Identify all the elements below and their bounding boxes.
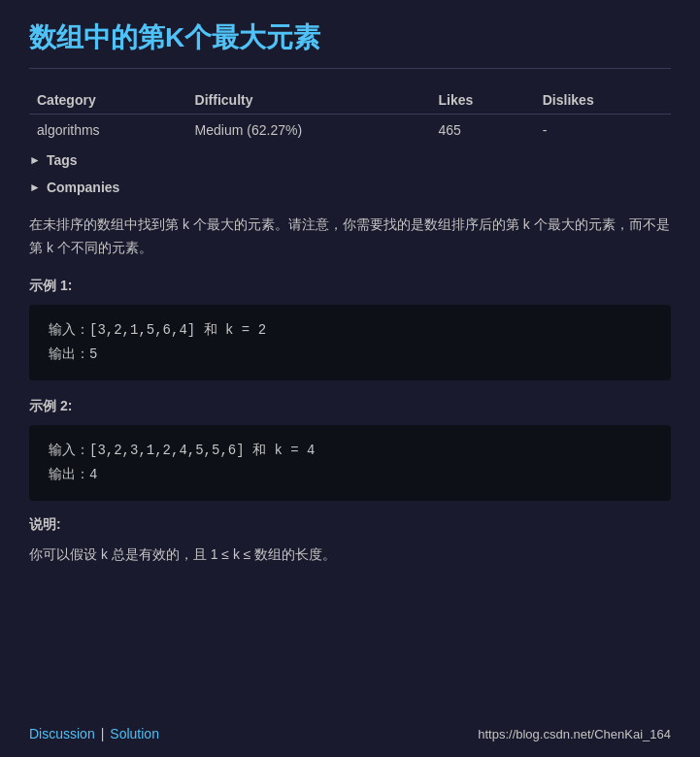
footer-url: https://blog.csdn.net/ChenKai_164 [478, 727, 671, 741]
info-table: Category Difficulty Likes Dislikes algor… [29, 84, 671, 144]
example-1: 示例 1: 输入：[3,2,1,5,6,4] 和 k = 2 输出：5 [29, 278, 671, 380]
footer-links: Discussion | Solution [29, 726, 159, 741]
category-value: algorithms [29, 115, 187, 145]
page-title: 数组中的第K个最大元素 [29, 19, 671, 56]
col-header-dislikes: Dislikes [535, 84, 671, 115]
example-1-code-block: 输入：[3,2,1,5,6,4] 和 k = 2 输出：5 [29, 305, 671, 380]
footer: Discussion | Solution https://blog.csdn.… [29, 726, 671, 741]
example-2-input: 输入：[3,2,3,1,2,4,5,5,6] 和 k = 4 [49, 439, 651, 463]
problem-description: 在未排序的数组中找到第 k 个最大的元素。请注意，你需要找的是数组排序后的第 k… [29, 214, 671, 260]
example-2-label: 示例 2: [29, 398, 671, 415]
dislikes-value: - [535, 115, 671, 145]
example-1-output: 输出：5 [49, 343, 651, 367]
example-1-label: 示例 1: [29, 278, 671, 295]
companies-arrow-icon: ► [29, 181, 41, 194]
col-header-difficulty: Difficulty [187, 84, 431, 115]
tags-collapsible[interactable]: ► Tags [29, 148, 671, 173]
col-header-category: Category [29, 84, 187, 115]
example-2-output: 输出：4 [49, 463, 651, 487]
example-2-code-block: 输入：[3,2,3,1,2,4,5,5,6] 和 k = 4 输出：4 [29, 425, 671, 501]
discussion-link[interactable]: Discussion [29, 726, 95, 741]
title-divider [29, 68, 671, 69]
footer-separator: | [101, 726, 105, 741]
example-1-input: 输入：[3,2,1,5,6,4] 和 k = 2 [49, 318, 651, 343]
note-text: 你可以假设 k 总是有效的，且 1 ≤ k ≤ 数组的长度。 [29, 543, 671, 567]
col-header-likes: Likes [430, 84, 534, 115]
tags-label: Tags [47, 152, 78, 168]
example-2: 示例 2: 输入：[3,2,3,1,2,4,5,5,6] 和 k = 4 输出：… [29, 398, 671, 501]
tags-arrow-icon: ► [29, 153, 41, 167]
note-label: 说明: [29, 516, 671, 534]
companies-collapsible[interactable]: ► Companies [29, 175, 671, 200]
difficulty-value: Medium (62.27%) [187, 115, 431, 145]
likes-value: 465 [430, 115, 534, 145]
solution-link[interactable]: Solution [110, 726, 159, 741]
table-row: algorithms Medium (62.27%) 465 - [29, 115, 671, 145]
companies-label: Companies [47, 180, 119, 195]
